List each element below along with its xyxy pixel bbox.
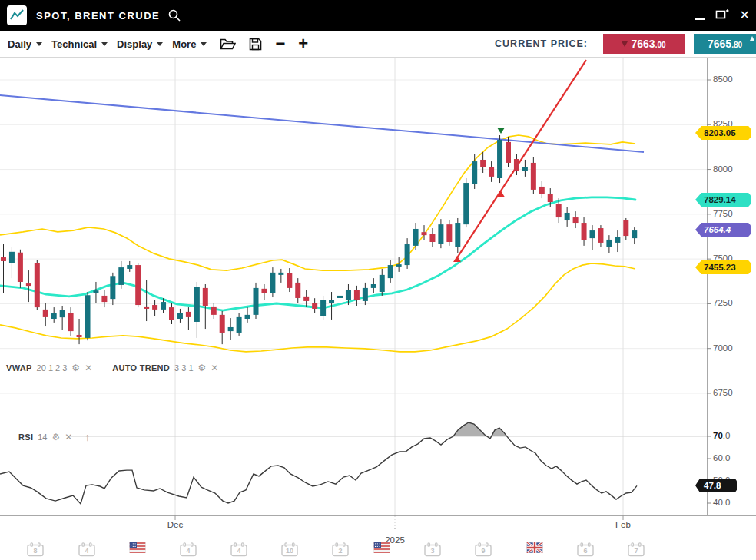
uk-flag-icon[interactable] [527, 542, 543, 556]
collapse-pane-arrow-icon[interactable]: ↑ [85, 431, 90, 443]
indicator-row-rsi: RSI 14 ⚙ ✕ ↑ [18, 431, 90, 443]
rsi-value-badge: 47.8 [695, 479, 737, 492]
indicator-row-main: VWAP 20 1 2 3 ⚙ ✕ AUTO TREND 3 3 1 ⚙ ✕ [6, 363, 218, 373]
svg-text:4: 4 [237, 547, 240, 555]
price-badge: 8203.05 [695, 126, 751, 140]
time-axis-label: Feb [615, 520, 631, 529]
rsi-tick-label: 40.0 [713, 498, 730, 507]
auto-trend-params: 3 3 1 [174, 363, 193, 373]
auto-trend-remove-icon[interactable]: ✕ [211, 363, 218, 373]
menu-more[interactable]: More [172, 38, 207, 50]
zoom-in-button[interactable]: + [298, 36, 308, 51]
calendar-event-icon[interactable]: 6 [577, 542, 594, 560]
svg-text:4: 4 [186, 547, 190, 555]
svg-text:6: 6 [583, 547, 587, 555]
menu-technical[interactable]: Technical [51, 38, 108, 50]
calendar-event-icon[interactable]: 9 [475, 542, 492, 560]
current-price-label: CURRENT PRICE: [495, 38, 588, 49]
calendar-event-icon[interactable]: 4 [180, 542, 197, 560]
calendar-event-icon[interactable]: 10 [281, 542, 298, 560]
calendar-event-icon[interactable]: 4 [230, 542, 247, 560]
save-icon[interactable] [249, 38, 262, 51]
svg-text:3: 3 [430, 547, 434, 555]
signal-triangle-down-icon [497, 128, 505, 134]
rsi-tick-label: 60.0 [713, 453, 730, 462]
svg-text:2: 2 [338, 547, 342, 555]
titlebar: SPOT, BRENT CRUDE ✕ [0, 0, 756, 31]
calendar-event-icon[interactable]: 3 [424, 542, 441, 560]
arrow-up-icon [750, 36, 754, 41]
price-tick-label: 7250 [713, 298, 733, 307]
candles [1, 135, 637, 344]
price-badge: 7455.23 [695, 260, 751, 274]
rsi-settings-gear-icon[interactable]: ⚙ [52, 432, 61, 442]
calendar-event-icon[interactable]: 8 [27, 542, 44, 560]
rsi-remove-icon[interactable]: ✕ [65, 432, 72, 442]
price-badge: 7829.14 [695, 193, 751, 207]
auto-trend-label: AUTO TREND [112, 363, 170, 373]
chevron-down-icon [36, 42, 42, 46]
search-icon[interactable] [167, 8, 181, 22]
vwap-remove-icon[interactable]: ✕ [85, 363, 92, 373]
svg-text:10: 10 [286, 547, 293, 555]
price-chart-canvas [0, 58, 756, 560]
svg-text:8: 8 [33, 547, 37, 555]
us-flag-icon[interactable] [374, 542, 390, 556]
auto-trend-settings-gear-icon[interactable]: ⚙ [198, 363, 207, 373]
price-badge: 7664.4 [695, 223, 751, 237]
zoom-out-button[interactable]: − [275, 36, 285, 51]
arrow-down-icon [622, 41, 628, 47]
price-tick-label: 6750 [713, 388, 733, 397]
price-pane [0, 60, 644, 352]
vwap-params: 20 1 2 3 [37, 363, 68, 373]
open-folder-icon[interactable] [220, 38, 236, 51]
window-title: SPOT, BRENT CRUDE [36, 10, 160, 22]
svg-text:4: 4 [85, 547, 88, 555]
menu-display[interactable]: Display [117, 38, 163, 50]
svg-text:9: 9 [481, 547, 485, 555]
price-tick-label: 7000 [713, 343, 733, 353]
calendar-event-icon[interactable]: 7 [628, 542, 645, 560]
rsi-params: 14 [38, 432, 47, 442]
us-flag-icon[interactable] [130, 542, 146, 556]
calendar-event-icon[interactable]: 2 [332, 542, 349, 560]
vwap-label: VWAP [6, 363, 32, 373]
ask-price-badge: 7665.80 [694, 34, 756, 54]
bid-price-badge: 7663.00 [603, 34, 685, 54]
rsi-tick-label: 70.0 [713, 431, 730, 440]
popout-button[interactable] [715, 8, 729, 23]
app-logo-icon [7, 5, 27, 25]
bollinger-upper-band [0, 135, 635, 270]
rsi-label: RSI [18, 432, 33, 442]
chart-area: 8500825080007750750072507000675070.060.0… [0, 58, 756, 560]
chevron-down-icon [101, 42, 108, 46]
price-tick-label: 8500 [713, 75, 733, 84]
close-button[interactable]: ✕ [740, 9, 750, 22]
svg-text:7: 7 [634, 547, 638, 555]
rsi-overbought-fill [0, 422, 637, 504]
menu-daily[interactable]: Daily [8, 38, 42, 50]
toolbar: Daily Technical Display More − + CURRENT… [0, 31, 756, 58]
calendar-event-icon[interactable]: 4 [78, 542, 95, 560]
vwap-settings-gear-icon[interactable]: ⚙ [71, 363, 80, 373]
chevron-down-icon [201, 42, 207, 46]
price-tick-label: 7750 [713, 209, 733, 218]
minimize-button[interactable] [695, 10, 705, 22]
rsi-line [0, 422, 637, 504]
descending-trendline [0, 95, 644, 152]
chevron-down-icon [157, 42, 163, 46]
price-tick-label: 8000 [713, 164, 733, 174]
time-axis-label: Dec [167, 520, 183, 529]
